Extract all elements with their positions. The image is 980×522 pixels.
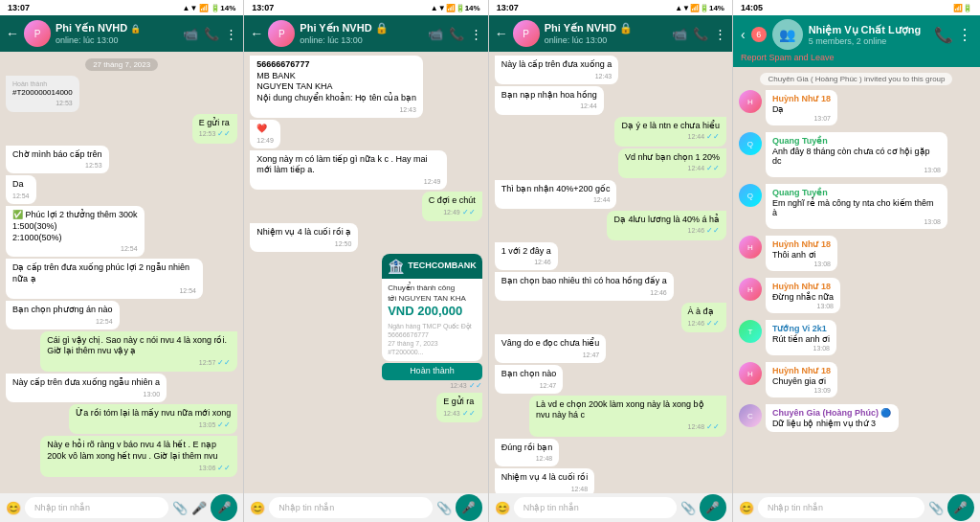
message-1: Hoàn thành #T200000014000 12:53 (6, 76, 79, 112)
back-button-2[interactable]: ← (250, 26, 263, 41)
msg-p3-12: Là vd e chọn 200k làm xong này là xong b… (529, 396, 726, 437)
message-8: Cái gì vậy chị. Sao này c nói nvu 4 là x… (40, 331, 237, 373)
sender-avatar-5: H (739, 278, 762, 301)
attach-icon-3[interactable]: 📎 (680, 501, 696, 515)
chat-panel-3: 13:07 ▲▼📶🔋14% ← P Phi Yến NVHD 🔒 online:… (489, 0, 733, 522)
mic-button-3[interactable]: 🎤 (700, 494, 726, 521)
group-message-5: H Huỳnh Như 18 Đừng nhắc nữa 13:08 (739, 278, 974, 313)
msg-p3-5: Thì bạn nhận 40%+200 gốc 12:44 (495, 180, 617, 209)
more-icon-1[interactable]: ⋮ (225, 27, 237, 41)
contact-name-1: Phi Yến NVHD 🔒 (56, 22, 178, 34)
hoan-thanh-btn[interactable]: Hoàn thành (382, 363, 482, 380)
message-3: Chờ mình báo cấp trên 12:53 (6, 146, 109, 174)
contact-status-1: online: lúc 13:00 (56, 35, 178, 45)
sender-avatar-8: C (739, 404, 762, 427)
group-avatar: 👥 (772, 19, 803, 50)
attach-icon-1[interactable]: 📎 (172, 501, 188, 515)
status-icons-1: ▲▼ 📶 🔋14% (182, 4, 235, 12)
chat-input-3: 😊 Nhập tin nhắn 📎 🎤 (489, 493, 732, 522)
msg-p3-14: Nhiệm vụ 4 là cuối rồi 12:48 (495, 468, 595, 493)
msg-p3-2: Bạn nạp nhận hoa hồng 12:44 (495, 86, 604, 115)
video-call-icon-1[interactable]: 📹 (183, 27, 198, 41)
call-icon-group[interactable]: 📞 (934, 26, 953, 44)
message-11: Này e hỏi rõ ràng v báo nvu 4 là hết . E… (40, 436, 237, 477)
mic-button-1[interactable]: 🎤 (211, 494, 237, 521)
status-icons-2: ▲▼📶🔋14% (431, 4, 480, 12)
msg-p3-10: Vâng do e đọc chưa hiểu 12:47 (495, 334, 607, 363)
sender-avatar-2: Q (739, 132, 762, 155)
chat-input-2: 😊 Nhập tin nhắn 📎 🎤 (244, 493, 487, 522)
contact-name-2: Phi Yến NVHD 🔒 (300, 22, 422, 34)
attach-icon-2[interactable]: 📎 (436, 501, 452, 515)
mic-button-group[interactable]: 🎤 (947, 494, 974, 521)
group-message-7: H Huỳnh Như 18 Chuyên gia ơi 13:09 (739, 362, 974, 397)
header-info-3: Phi Yến NVHD 🔒 online: lúc 13:00 (545, 22, 667, 44)
message-4: Da 12:54 (6, 175, 36, 204)
call-icon-3[interactable]: 📞 (693, 27, 708, 41)
emoji-icon-3[interactable]: 😊 (495, 501, 510, 515)
emoji-icon-1[interactable]: 😊 (6, 501, 21, 515)
chat-header-3: ← P Phi Yến NVHD 🔒 online: lúc 13:00 📹 📞… (489, 15, 732, 52)
status-bar-1: 13:07 ▲▼ 📶 🔋14% (0, 0, 243, 15)
message-2: E gửi ra 12:53 ✓✓ (192, 114, 237, 144)
chat-panel-2: 13:07 ▲▼📶🔋14% ← P Phi Yến NVHD 🔒 online:… (244, 0, 488, 522)
message-6: Dạ cấp trên đưa xuống phúc lợi 2 ngẫu nh… (6, 259, 203, 298)
message-5: ✅ Phúc lợi 2 thưởng thêm 300k1:500(30%)2… (6, 206, 145, 257)
emoji-icon-2[interactable]: 😊 (250, 501, 265, 515)
sender-name-8: Chuyên Gia (Hoàng Phúc) 🔵 (772, 408, 892, 418)
emoji-icon-group[interactable]: 😊 (739, 501, 754, 515)
contact-status-2: online: lúc 13:00 (300, 35, 422, 45)
more-icon-2[interactable]: ⋮ (470, 27, 482, 41)
chat-body-1: 27 tháng 7, 2023 Hoàn thành #T2000000140… (0, 52, 243, 493)
group-message-1: H Huỳnh Như 18 Dạ 13:07 (739, 90, 974, 125)
report-spam-button[interactable]: Report Spam and Leave (741, 50, 972, 65)
header-info-2: Phi Yến NVHD 🔒 online: lúc 13:00 (300, 22, 422, 44)
group-name: Nhiệm Vụ Chất Lượng (809, 24, 928, 36)
heart-msg: ❤️ 12:49 (250, 120, 280, 148)
back-button-3[interactable]: ← (495, 26, 508, 41)
header-actions-3: 📹 📞 ⋮ (672, 27, 726, 41)
sender-name-7: Huỳnh Như 18 (772, 366, 831, 375)
chat-panel-1: 13:07 ▲▼ 📶 🔋14% ← P Phi Yến NVHD 🔒 onlin… (0, 0, 244, 522)
msg-p3-8: Bạn chọn bao nhiêu thì có hoa hồng đấy a… (495, 272, 674, 301)
avatar-1: P (24, 20, 51, 47)
message-input-1[interactable]: Nhập tin nhắn (25, 497, 168, 518)
call-icon-2[interactable]: 📞 (449, 27, 464, 41)
group-message-3: Q Quang Tuyền Em nghĩ rẻ mà công ty nta … (739, 184, 974, 229)
chat-input-1: 😊 Nhập tin nhắn 📎 🎤 🎤 (0, 493, 243, 522)
chat-input-group: 😊 Nhập tin nhắn 📎 🎤 (733, 493, 980, 522)
message-p2-1: Xong này m có làm tiếp gì nữa k c . Hay … (250, 150, 447, 190)
video-call-icon-2[interactable]: 📹 (428, 27, 443, 41)
camera-icon-1[interactable]: 🎤 (191, 501, 207, 515)
system-message: Chuyên Gia ( Hoàng Phúc ) invited you to… (760, 73, 952, 85)
group-chat-panel: 14:05 📶🔋 ‹ 6 👥 Nhiệm Vụ Chất Lượng 5 mem… (733, 0, 980, 522)
mic-button-2[interactable]: 🎤 (456, 494, 482, 521)
status-time-1: 13:07 (8, 3, 30, 12)
video-call-icon-3[interactable]: 📹 (672, 27, 687, 41)
status-time-group: 14:05 (741, 3, 763, 12)
group-header: ‹ 6 👥 Nhiệm Vụ Chất Lượng 5 members, 2 o… (733, 15, 980, 67)
header-actions-1: 📹 📞 ⋮ (183, 27, 237, 41)
sender-avatar-4: H (739, 236, 762, 259)
msg-p3-6: Dạ 4lưu lương là 40% á hả 12:46 ✓✓ (607, 211, 726, 240)
sender-name-4: Huỳnh Như 18 (772, 239, 831, 249)
back-button-group[interactable]: ‹ (741, 27, 746, 42)
status-bar-2: 13:07 ▲▼📶🔋14% (244, 0, 487, 15)
chat-body-3: Này là cấp trên đưa xuống a 12:43 Bạn nạ… (489, 52, 732, 493)
avatar-2: P (268, 20, 295, 47)
message-input-group[interactable]: Nhập tin nhắn (758, 497, 924, 518)
attach-icon-group[interactable]: 📎 (928, 501, 944, 515)
msg-p3-7: 1 với 2 đây a 12:46 (495, 242, 558, 271)
message-input-2[interactable]: Nhập tin nhắn (269, 497, 432, 518)
back-button-1[interactable]: ← (6, 26, 19, 41)
date-badge-1: 27 tháng 7, 2023 (85, 58, 158, 71)
contact-status-3: online: lúc 13:00 (545, 35, 667, 45)
message-9: Này cấp trên đưa xuống ngẫu nhiên a 13:0… (6, 374, 167, 402)
more-icon-3[interactable]: ⋮ (714, 27, 726, 41)
call-icon-1[interactable]: 📞 (204, 27, 219, 41)
message-input-3[interactable]: Nhập tin nhắn (514, 497, 677, 518)
status-time-3: 13:07 (497, 3, 519, 12)
group-chat-body: Chuyên Gia ( Hoàng Phúc ) invited you to… (733, 67, 980, 493)
more-icon-group[interactable]: ⋮ (957, 26, 972, 44)
status-icons-group: 📶🔋 (953, 4, 972, 12)
